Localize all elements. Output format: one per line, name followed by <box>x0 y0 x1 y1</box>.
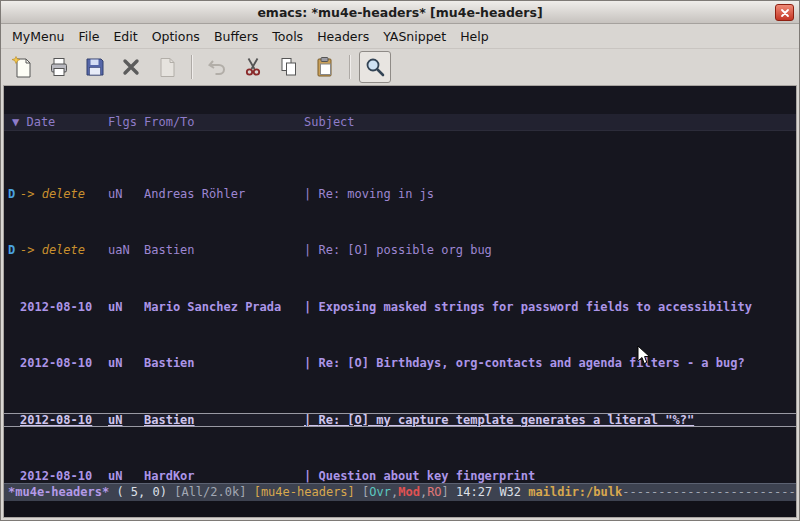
message-row[interactable]: 2012-08-10 uN HardKor | Question about k… <box>4 469 796 483</box>
headers-buffer: ▼ Date Flgs From/To Subject D -> delete … <box>4 86 796 483</box>
row-subject: Re: [O] my capture template generates a … <box>318 413 796 427</box>
row-thread-indicator: | <box>304 469 318 483</box>
row-subject: Exposing masked strings for password fie… <box>318 300 796 314</box>
toolbar-button-document-disabled[interactable] <box>151 51 183 83</box>
row-mark <box>8 469 20 483</box>
close-icon <box>780 8 790 18</box>
message-row[interactable]: D -> delete uaN Bastien | Re: [O] possib… <box>4 243 796 257</box>
mode-line[interactable]: *mu4e-headers* ( 5, 0) [All/2.0k] [mu4e-… <box>4 483 796 501</box>
close-button[interactable] <box>775 4 794 21</box>
row-flags: uN <box>108 300 144 314</box>
paste-clipboard-icon <box>313 55 337 79</box>
toolbar-separator <box>191 55 193 79</box>
menu-item-edit[interactable]: Edit <box>106 26 144 47</box>
modeline-filler: ----------------------------------------… <box>622 485 796 499</box>
row-date: 2012-08-10 <box>20 356 108 370</box>
toolbar-button-print[interactable] <box>43 51 75 83</box>
row-thread-indicator: | <box>304 187 318 201</box>
print-icon <box>47 55 71 79</box>
emacs-window: emacs: *mu4e-headers* [mu4e-headers] MyM… <box>0 0 800 521</box>
toolbar <box>1 48 799 85</box>
menu-item-file[interactable]: File <box>72 26 107 47</box>
row-mark: D <box>8 243 20 257</box>
title-bar[interactable]: emacs: *mu4e-headers* [mu4e-headers] <box>1 1 799 24</box>
headers-list: D -> delete uN Andreas Röhler | Re: movi… <box>4 159 796 483</box>
modeline-modified-flag: Mod <box>398 485 420 499</box>
modeline-overwrite-flag: Ovr <box>369 485 391 499</box>
row-flags: uN <box>108 356 144 370</box>
row-mark <box>8 356 20 370</box>
row-subject: Question about key fingerprint <box>318 469 796 483</box>
modeline-maildir: maildir:/bulk <box>528 485 622 499</box>
toolbar-button-close[interactable] <box>115 51 147 83</box>
row-subject: Re: moving in js <box>318 187 796 201</box>
row-subject: Re: [O] possible org bug <box>318 243 796 257</box>
menu-item-headers[interactable]: Headers <box>310 26 376 47</box>
cut-scissors-icon <box>241 55 265 79</box>
toolbar-button-save[interactable] <box>79 51 111 83</box>
column-header-date[interactable]: ▼ Date <box>4 114 108 130</box>
row-from: Andreas Röhler <box>144 187 304 201</box>
column-header-from[interactable]: From/To <box>144 114 304 130</box>
column-header-subject[interactable]: Subject <box>304 114 796 130</box>
undo-icon <box>205 55 229 79</box>
toolbar-button-cut[interactable] <box>237 51 269 83</box>
row-thread-indicator: | <box>304 413 318 427</box>
modeline-buffer-name: *mu4e-headers* <box>8 485 109 499</box>
row-from: Bastien <box>144 243 304 257</box>
new-document-icon <box>11 55 35 79</box>
message-row[interactable]: 2012-08-10 uN Mario Sanchez Prada | Expo… <box>4 300 796 314</box>
row-flags: uN <box>108 413 144 427</box>
modeline-major-mode: [mu4e-headers] <box>254 485 362 499</box>
row-date: -> delete <box>20 243 108 257</box>
toolbar-button-paste[interactable] <box>309 51 341 83</box>
modeline-week: W32 <box>499 485 528 499</box>
menu-item-buffers[interactable]: Buffers <box>207 26 265 47</box>
modeline-bracket-close: ] <box>442 485 456 499</box>
modeline-readonly-flag: RO <box>427 485 441 499</box>
row-from: HardKor <box>144 469 304 483</box>
row-thread-indicator: | <box>304 356 318 370</box>
copy-pages-icon <box>277 55 301 79</box>
mouse-cursor <box>637 345 651 365</box>
row-flags: uN <box>108 187 144 201</box>
menu-bar: MyMenuFileEditOptionsBuffersToolsHeaders… <box>1 24 799 48</box>
document-icon <box>155 55 179 79</box>
row-date: 2012-08-10 <box>20 469 108 483</box>
row-thread-indicator: | <box>304 243 318 257</box>
emacs-frame: ▼ Date Flgs From/To Subject D -> delete … <box>3 85 797 518</box>
modeline-cursor-position: ( 5, 0) <box>109 485 174 499</box>
toolbar-button-new-document[interactable] <box>7 51 39 83</box>
modeline-buffer-size: [All/2.0k] <box>174 485 253 499</box>
save-icon <box>83 55 107 79</box>
message-row[interactable]: 2012-08-10 uN Bastien | Re: [O] Birthday… <box>4 356 796 370</box>
search-icon <box>363 55 387 79</box>
menu-item-tools[interactable]: Tools <box>265 26 310 47</box>
row-thread-indicator: | <box>304 300 318 314</box>
minibuffer-echo-area <box>4 501 796 517</box>
row-from: Mario Sanchez Prada <box>144 300 304 314</box>
row-mark: D <box>8 187 20 201</box>
window-title: emacs: *mu4e-headers* [mu4e-headers] <box>257 5 542 20</box>
menu-item-yasnippet[interactable]: YASnippet <box>376 26 453 47</box>
toolbar-button-undo-disabled[interactable] <box>201 51 233 83</box>
row-subject: Re: [O] Birthdays, org-contacts and agen… <box>318 356 796 370</box>
row-flags: uaN <box>108 243 144 257</box>
column-header-flags[interactable]: Flgs <box>108 114 144 130</box>
delete-x-icon <box>119 55 143 79</box>
message-row[interactable]: D -> delete uN Andreas Röhler | Re: movi… <box>4 187 796 201</box>
row-from: Bastien <box>144 413 304 427</box>
menu-item-help[interactable]: Help <box>453 26 496 47</box>
menu-item-options[interactable]: Options <box>145 26 207 47</box>
toolbar-separator <box>349 55 351 79</box>
toolbar-button-copy[interactable] <box>273 51 305 83</box>
menu-item-mymenu[interactable]: MyMenu <box>5 26 72 47</box>
toolbar-button-search[interactable] <box>359 51 391 83</box>
row-mark <box>8 300 20 314</box>
message-row[interactable]: 2012-08-10 uN Bastien | Re: [O] my captu… <box>4 413 796 427</box>
row-from: Bastien <box>144 356 304 370</box>
header-line: ▼ Date Flgs From/To Subject <box>4 114 796 131</box>
row-flags: uN <box>108 469 144 483</box>
modeline-time: 14:27 <box>456 485 499 499</box>
row-date: 2012-08-10 <box>20 413 108 427</box>
